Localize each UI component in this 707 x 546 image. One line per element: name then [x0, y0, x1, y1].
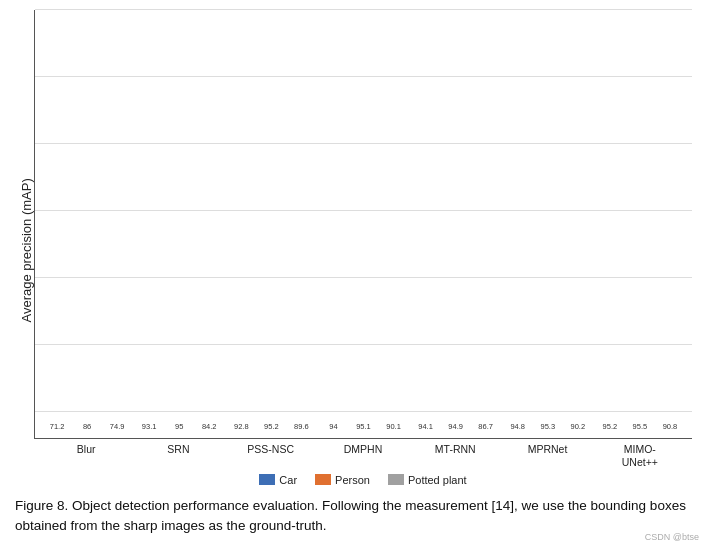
x-axis-label: DMPHN	[319, 443, 407, 468]
legend-item: Car	[259, 474, 297, 486]
legend-color-box	[259, 474, 275, 485]
bar-value-label: 90.2	[571, 422, 586, 431]
x-axis-label: MT-RNN	[411, 443, 499, 468]
legend-item: Potted plant	[388, 474, 467, 486]
x-axis-label: PSS-NSC	[227, 443, 315, 468]
chart-inner: 100959085807570 71.28674.993.19584.292.8…	[34, 10, 692, 492]
bar-value-label: 94.8	[510, 422, 525, 431]
x-axis-label: MIMO-UNet++	[596, 443, 684, 468]
bar-value-label: 90.8	[663, 422, 678, 431]
bar-value-label: 86	[83, 422, 91, 431]
bar-value-label: 94.9	[448, 422, 463, 431]
legend-color-box	[315, 474, 331, 485]
x-axis-labels: BlurSRNPSS-NSCDMPHNMT-RNNMPRNetMIMO-UNet…	[34, 439, 692, 468]
bar-value-label: 74.9	[110, 422, 125, 431]
x-axis-label: MPRNet	[503, 443, 591, 468]
x-axis-label: Blur	[42, 443, 130, 468]
bar-value-label: 86.7	[478, 422, 493, 431]
bar-value-label: 94	[329, 422, 337, 431]
bar-value-label: 92.8	[234, 422, 249, 431]
chart-plot: 100959085807570 71.28674.993.19584.292.8…	[34, 10, 692, 439]
bar-value-label: 94.1	[418, 422, 433, 431]
legend: CarPersonPotted plant	[34, 474, 692, 486]
legend-color-box	[388, 474, 404, 485]
bars-container: 71.28674.993.19584.292.895.289.69495.190…	[35, 10, 692, 438]
y-axis-label: Average precision (mAP)	[15, 10, 34, 492]
caption: Figure 8. Object detection performance e…	[15, 496, 692, 537]
bar-value-label: 95.2	[603, 422, 618, 431]
bar-value-label: 84.2	[202, 422, 217, 431]
legend-label: Potted plant	[408, 474, 467, 486]
bar-value-label: 93.1	[142, 422, 157, 431]
legend-label: Car	[279, 474, 297, 486]
chart-area: Average precision (mAP) 100959085807570 …	[15, 10, 692, 492]
watermark: CSDN @btse	[645, 532, 699, 542]
main-container: Average precision (mAP) 100959085807570 …	[0, 0, 707, 546]
bar-value-label: 95.3	[540, 422, 555, 431]
legend-item: Person	[315, 474, 370, 486]
bar-value-label: 95.1	[356, 422, 371, 431]
x-axis-label: SRN	[134, 443, 222, 468]
bar-value-label: 95.5	[633, 422, 648, 431]
legend-label: Person	[335, 474, 370, 486]
bar-value-label: 90.1	[386, 422, 401, 431]
bar-value-label: 95	[175, 422, 183, 431]
bar-value-label: 95.2	[264, 422, 279, 431]
bar-value-label: 89.6	[294, 422, 309, 431]
bar-value-label: 71.2	[50, 422, 65, 431]
